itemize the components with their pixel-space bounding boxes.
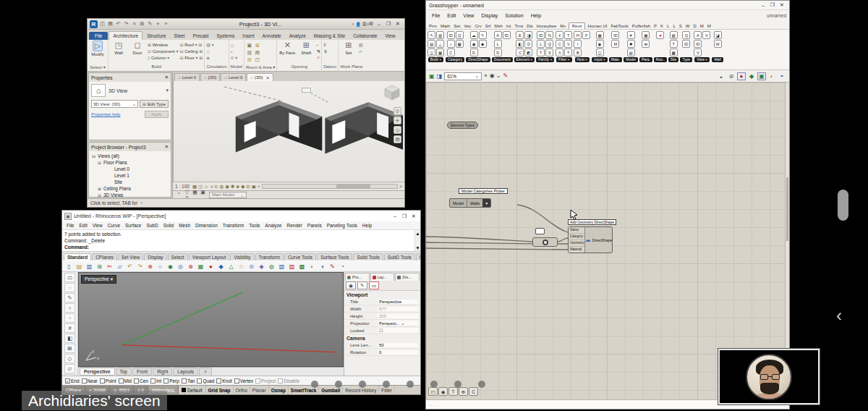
category-tab[interactable]: Trns: [513, 23, 524, 29]
menu-item[interactable]: Surface: [123, 223, 143, 228]
panel-mode-icon[interactable]: ◉: [346, 281, 356, 289]
property-row[interactable]: Lens Len... 50: [344, 342, 420, 349]
room-area-panel-caption[interactable]: Room & Area ▾: [246, 64, 275, 71]
component-button[interactable]: ID: [682, 40, 690, 48]
component-button[interactable]: ID: [537, 31, 545, 39]
grasshopper-titlebar[interactable]: Grasshopper - unnamed – ❐ ✕: [426, 1, 789, 10]
toolbar-icon[interactable]: ◐: [307, 262, 317, 271]
room-button[interactable]: ▣: [246, 42, 253, 48]
canvas-tool-button[interactable]: T: [448, 387, 458, 396]
side-tool-icon[interactable]: ◇: [64, 354, 75, 363]
grid-button[interactable]: ≢: [323, 42, 328, 48]
view-control-icon[interactable]: ▩: [192, 184, 197, 190]
quick-access-icon[interactable]: ⌖: [155, 21, 161, 27]
pan-icon[interactable]: ✛: [393, 116, 401, 124]
component-button[interactable]: ID: [447, 31, 455, 39]
group-label[interactable]: Para.: [639, 57, 652, 62]
group-label[interactable]: Build +: [428, 57, 443, 62]
edit-type-button[interactable]: ⊞ Edit Type: [140, 100, 169, 108]
view-tab[interactable]: Level 0: [221, 73, 246, 81]
component-button[interactable]: ▩: [670, 48, 678, 56]
horizontal-scrollbar[interactable]: [262, 184, 398, 189]
component-button[interactable]: D: [494, 48, 502, 56]
checkbox-icon[interactable]: [150, 378, 156, 384]
toolbar-tab[interactable]: Select: [168, 253, 188, 260]
category-tab[interactable]: D: [692, 23, 697, 29]
quick-access-icon[interactable]: ↷: [123, 21, 129, 27]
category-tab[interactable]: Dis: [525, 23, 535, 29]
component-button[interactable]: D: [470, 48, 478, 56]
category-tab[interactable]: Vec: [462, 23, 472, 29]
component-button[interactable]: I: [574, 40, 582, 48]
component-button[interactable]: ▤: [427, 40, 435, 48]
osnap-toggle[interactable]: Knot: [216, 378, 231, 384]
expander-icon[interactable]: ⊟: [91, 153, 96, 158]
component-button[interactable]: T: [564, 31, 572, 39]
category-tab[interactable]: Honeybee: [535, 23, 558, 29]
toolbar-icon[interactable]: ▨: [287, 262, 297, 271]
side-tool-icon[interactable]: ▭: [64, 273, 75, 282]
osnap-toggle[interactable]: Cen: [134, 378, 148, 384]
menu-item[interactable]: Paneling Tools: [325, 223, 359, 228]
component-button[interactable]: ✱: [627, 40, 635, 48]
group-label[interactable]: Host +: [575, 57, 590, 62]
category-tab[interactable]: Msh: [493, 23, 503, 29]
checkbox-icon[interactable]: [65, 378, 70, 384]
group-label[interactable]: Filter +: [556, 57, 571, 62]
category-tab[interactable]: Srf: [484, 23, 493, 29]
component-button[interactable]: ID: [694, 40, 702, 48]
category-tab[interactable]: M: [699, 23, 705, 29]
toolbar-icon[interactable]: ↶: [125, 262, 135, 271]
preview-mode-icon[interactable]: ⊘: [727, 73, 736, 80]
toolbar-icon[interactable]: ◔: [338, 262, 347, 271]
component-button[interactable]: N: [545, 31, 553, 39]
category-tab[interactable]: Revit: [569, 22, 586, 29]
menu-item[interactable]: Transform: [221, 223, 246, 228]
side-tool-icon[interactable]: ⊞: [64, 344, 75, 353]
category-tab[interactable]: K: [659, 23, 665, 29]
view-tab[interactable]: {3D}: [200, 73, 220, 81]
component-button[interactable]: ◪: [714, 31, 722, 39]
component-button[interactable]: ●: [656, 31, 664, 39]
category-picker-node[interactable]: Model Walls ▼: [449, 198, 491, 208]
area-button[interactable]: ▤: [254, 49, 261, 56]
group-label[interactable]: Family +: [536, 57, 554, 62]
component-button[interactable]: ◨: [524, 31, 532, 39]
quick-access-icon[interactable]: ◫: [99, 21, 106, 27]
expander-icon[interactable]: ⊞: [97, 186, 102, 191]
area-boundary-button[interactable]: ⊞: [246, 56, 253, 63]
toolbar-tab[interactable]: Visibility: [230, 253, 254, 260]
panel-tab[interactable]: Pro...: [345, 273, 370, 281]
view-control-icon[interactable]: ⊡: [246, 184, 250, 190]
quick-access-icon[interactable]: ↶: [115, 21, 122, 27]
status-toggle[interactable]: Osnap: [269, 386, 289, 394]
toolbar-icon[interactable]: ▧: [277, 262, 286, 271]
file-icon[interactable]: ◨: [437, 73, 443, 80]
quick-access-icon[interactable]: ✎: [147, 21, 153, 27]
tag-room-button[interactable]: ▥: [246, 49, 253, 56]
side-tool-icon[interactable]: ✎: [64, 293, 75, 302]
node-input[interactable]: Category: [569, 234, 584, 240]
panel-tab[interactable]: Dis...: [395, 273, 420, 281]
category-tab[interactable]: Prm: [427, 23, 438, 29]
group-label[interactable]: Roo..: [654, 57, 667, 62]
model-group-button[interactable]: ⊙ ▾: [231, 55, 238, 61]
view-control-icon[interactable]: ◆: [241, 184, 244, 190]
door-button[interactable]: ◻ Door: [129, 41, 146, 55]
tag-area-button[interactable]: ◫: [254, 56, 261, 63]
component-button[interactable]: ≫: [642, 40, 650, 48]
component-button[interactable]: ✎: [479, 31, 487, 39]
toolbar-icon[interactable]: ○: [156, 262, 165, 271]
toolbar-icon[interactable]: ●: [206, 262, 216, 271]
viewport-tab[interactable]: Perspective: [80, 368, 115, 376]
model-line-button[interactable]: ⌐: [231, 48, 238, 54]
view-tab[interactable]: Level 0: [174, 73, 200, 81]
menu-item[interactable]: File: [64, 223, 76, 228]
property-row[interactable]: Width 677: [344, 305, 420, 313]
component-button[interactable]: ✎: [427, 31, 435, 39]
command-history[interactable]: 7 points added to selection. Command: _D…: [62, 230, 420, 252]
ribbon-tab[interactable]: File: [89, 32, 108, 40]
browser-tree-item[interactable]: Level 1: [89, 172, 171, 179]
menu-item[interactable]: Dimension: [193, 223, 220, 228]
view-tab[interactable]: {3D}: [247, 73, 273, 81]
